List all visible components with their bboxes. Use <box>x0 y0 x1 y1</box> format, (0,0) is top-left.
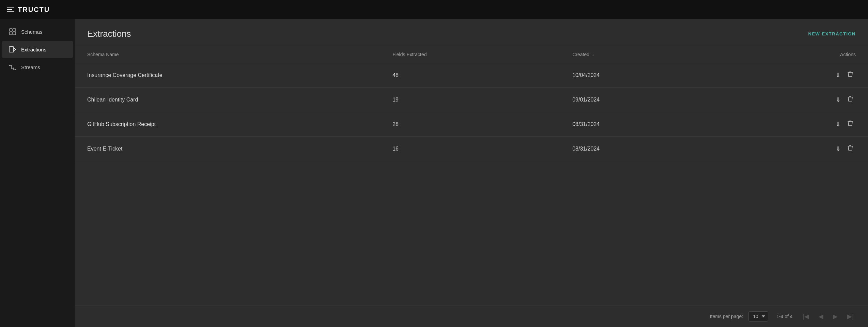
cell-actions: ⇓ <box>719 137 868 161</box>
app-logo: TRUCTU <box>7 6 50 14</box>
last-page-button[interactable]: ▶| <box>845 312 856 321</box>
table-row: Event E-Ticket1608/31/2024⇓ <box>75 137 868 161</box>
topbar: TRUCTU <box>0 0 868 19</box>
extractions-icon <box>9 46 16 53</box>
table-header-row: Schema Name Fields Extracted Created ↓ A… <box>75 46 868 63</box>
pagination-footer: Items per page: 10 25 50 1-4 of 4 |◀ ◀ ▶… <box>75 306 868 327</box>
extractions-table: Schema Name Fields Extracted Created ↓ A… <box>75 46 868 161</box>
table-row: Chilean Identity Card1909/01/2024⇓ <box>75 88 868 112</box>
page-header: Extractions NEW EXTRACTION <box>75 19 868 46</box>
table-body: Insurance Coverage Certificate4810/04/20… <box>75 63 868 161</box>
page-info: 1-4 of 4 <box>776 314 792 319</box>
new-extraction-button[interactable]: NEW EXTRACTION <box>808 31 856 36</box>
streams-icon <box>9 63 16 71</box>
cell-schema-name: GitHub Subscription Receipt <box>75 112 380 137</box>
download-button[interactable]: ⇓ <box>833 144 843 154</box>
next-page-button[interactable]: ▶ <box>831 312 840 321</box>
svg-rect-4 <box>9 47 14 52</box>
svg-rect-1 <box>10 32 12 35</box>
svg-point-5 <box>9 65 10 66</box>
sidebar-item-label-extractions: Extractions <box>21 47 46 52</box>
cell-fields-extracted: 48 <box>380 63 560 88</box>
download-button[interactable]: ⇓ <box>833 119 843 129</box>
sort-icon: ↓ <box>592 52 594 57</box>
delete-button[interactable] <box>845 94 856 105</box>
schemas-icon <box>9 28 16 35</box>
app-name: TRUCTU <box>18 6 50 14</box>
sidebar-item-streams[interactable]: Streams <box>2 59 73 76</box>
page-title: Extractions <box>87 29 131 39</box>
download-button[interactable]: ⇓ <box>833 70 843 80</box>
main-layout: Schemas Extractions Streams <box>0 19 868 327</box>
cell-created: 09/01/2024 <box>560 88 719 112</box>
cell-actions: ⇓ <box>719 88 868 112</box>
content-area: Extractions NEW EXTRACTION Schema Name F… <box>75 19 868 327</box>
logo-icon <box>7 7 14 12</box>
delete-button[interactable] <box>845 70 856 80</box>
svg-rect-0 <box>10 29 12 31</box>
col-header-fields-extracted: Fields Extracted <box>380 46 560 63</box>
sidebar-item-label-streams: Streams <box>21 64 40 70</box>
cell-created: 10/04/2024 <box>560 63 719 88</box>
delete-button[interactable] <box>845 143 856 154</box>
svg-rect-2 <box>13 29 16 31</box>
cell-fields-extracted: 28 <box>380 112 560 137</box>
cell-fields-extracted: 16 <box>380 137 560 161</box>
table-row: GitHub Subscription Receipt2808/31/2024⇓ <box>75 112 868 137</box>
extractions-table-wrapper: Schema Name Fields Extracted Created ↓ A… <box>75 46 868 306</box>
cell-fields-extracted: 19 <box>380 88 560 112</box>
svg-point-6 <box>15 69 16 70</box>
cell-created: 08/31/2024 <box>560 137 719 161</box>
cell-created: 08/31/2024 <box>560 112 719 137</box>
items-per-page-label: Items per page: <box>710 314 743 319</box>
sidebar-item-schemas[interactable]: Schemas <box>2 23 73 40</box>
delete-button[interactable] <box>845 119 856 129</box>
sidebar-item-extractions[interactable]: Extractions <box>2 41 73 58</box>
col-header-actions: Actions <box>719 46 868 63</box>
svg-rect-3 <box>13 32 16 35</box>
cell-actions: ⇓ <box>719 63 868 88</box>
first-page-button[interactable]: |◀ <box>801 312 811 321</box>
prev-page-button[interactable]: ◀ <box>817 312 825 321</box>
sidebar-item-label-schemas: Schemas <box>21 29 43 35</box>
col-header-created[interactable]: Created ↓ <box>560 46 719 63</box>
cell-schema-name: Event E-Ticket <box>75 137 380 161</box>
table-row: Insurance Coverage Certificate4810/04/20… <box>75 63 868 88</box>
download-button[interactable]: ⇓ <box>833 95 843 105</box>
col-header-schema-name: Schema Name <box>75 46 380 63</box>
cell-schema-name: Chilean Identity Card <box>75 88 380 112</box>
items-per-page-select[interactable]: 10 25 50 <box>748 311 768 322</box>
cell-schema-name: Insurance Coverage Certificate <box>75 63 380 88</box>
cell-actions: ⇓ <box>719 112 868 137</box>
sidebar: Schemas Extractions Streams <box>0 19 75 327</box>
